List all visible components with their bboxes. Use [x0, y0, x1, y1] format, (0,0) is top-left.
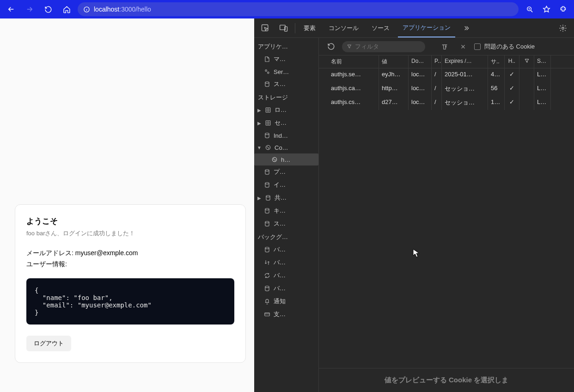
card-title: ようこそ — [26, 216, 234, 227]
sidebar-item-local-storage[interactable]: ▶ロ… — [254, 104, 318, 116]
col-secure[interactable] — [519, 55, 534, 68]
col-name[interactable]: 名前 — [319, 55, 379, 68]
sidebar-item-notifications[interactable]: 通知 — [254, 295, 318, 308]
svg-point-23 — [265, 247, 269, 249]
col-size[interactable]: サ.. — [488, 55, 505, 68]
bookmark-button[interactable] — [539, 2, 554, 17]
sidebar-item-session-storage[interactable]: ▶セ… — [254, 116, 318, 129]
svg-point-6 — [265, 70, 267, 72]
col-httponly[interactable]: H.. — [505, 55, 519, 68]
extensions-button[interactable] — [556, 2, 570, 17]
grid-icon — [264, 106, 272, 114]
address-bar[interactable]: localhost:3000/hello — [78, 2, 519, 16]
application-sidebar: アプリケ… マ… Ser… ス… ストレージ ▶ロ… ▶セ… Ind… ▼Co…… — [254, 38, 319, 392]
clear-filter-icon[interactable] — [437, 39, 452, 54]
logout-button[interactable]: ログアウト — [26, 336, 71, 351]
database-icon — [263, 285, 271, 292]
home-button[interactable] — [59, 2, 74, 17]
svg-point-20 — [266, 196, 270, 197]
database-icon — [263, 80, 271, 88]
svg-point-7 — [268, 72, 269, 74]
svg-point-8 — [265, 82, 269, 84]
devtools-tabs: 要素 コンソール ソース アプリケーション — [254, 18, 574, 38]
url-text: localhost:3000/hello — [94, 6, 151, 13]
sidebar-item-shared-storage[interactable]: ▶共… — [254, 191, 318, 204]
cookies-table: 名前 値 Do… P. Expires /… サ.. H.. S… authjs… — [319, 55, 574, 368]
device-toggle-icon[interactable] — [276, 21, 291, 36]
sidebar-item-bounce[interactable]: バ… — [254, 282, 318, 295]
more-tabs-icon[interactable] — [459, 21, 474, 36]
sidebar-item-cache-storage[interactable]: キ… — [254, 204, 318, 217]
cookie-icon — [271, 156, 278, 163]
table-row[interactable]: authjs.se…eyJh…loc…/2025-01…4…✓L… — [319, 68, 574, 82]
sidebar-section-background: バックグ… — [254, 230, 318, 243]
inspect-icon[interactable] — [258, 21, 273, 36]
userinfo-label: ユーザー情報: — [26, 259, 234, 270]
user-json: { "name": "foo bar", "email": "myuser@ex… — [26, 278, 234, 325]
email-row: メールアドレス: myuser@exmple.com — [26, 248, 234, 259]
database-icon — [263, 168, 271, 176]
issues-label: 問題のある Cookie — [484, 43, 535, 51]
col-path[interactable]: P. — [432, 55, 442, 68]
svg-point-12 — [266, 145, 270, 149]
database-icon — [263, 220, 271, 227]
sidebar-item-cookie-host[interactable]: h… — [254, 153, 318, 165]
sidebar-section-storage: ストレージ — [254, 91, 318, 104]
sidebar-section-application: アプリケ… — [254, 40, 318, 53]
sidebar-item-bgfetch[interactable]: バ… — [254, 256, 318, 269]
database-icon — [263, 181, 271, 189]
sidebar-item-interest-groups[interactable]: イ… — [254, 178, 318, 191]
sidebar-item-storage-buckets[interactable]: ス… — [254, 217, 318, 230]
sidebar-item-cookies[interactable]: ▼Co… — [254, 141, 318, 153]
sidebar-item-service-workers[interactable]: Ser… — [254, 66, 318, 78]
bell-icon — [263, 298, 271, 305]
forward-button[interactable] — [22, 2, 37, 17]
back-button[interactable] — [4, 2, 18, 17]
refresh-icon[interactable] — [324, 39, 338, 54]
tab-sources[interactable]: ソース — [367, 19, 394, 37]
col-value[interactable]: 値 — [379, 55, 409, 68]
table-row[interactable]: authjs.ca…http…loc…/セッショ…56✓L… — [319, 82, 574, 96]
filter-input[interactable] — [342, 41, 425, 52]
col-samesite[interactable]: S… — [534, 55, 551, 68]
grid-icon — [264, 119, 272, 127]
issues-checkbox[interactable] — [474, 43, 481, 50]
svg-rect-4 — [285, 26, 287, 31]
sidebar-item-indexeddb[interactable]: Ind… — [254, 129, 318, 141]
clear-all-icon[interactable] — [456, 39, 470, 54]
sync-icon — [263, 272, 271, 279]
sidebar-item-bgsync[interactable]: バ… — [254, 269, 318, 282]
col-domain[interactable]: Do… — [409, 55, 432, 68]
svg-point-22 — [265, 221, 269, 223]
sidebar-item-payment[interactable]: 支… — [254, 308, 318, 321]
welcome-card: ようこそ foo barさん、ログインに成功しました！ メールアドレス: myu… — [15, 204, 246, 363]
browser-toolbar: localhost:3000/hello — [0, 0, 574, 18]
sidebar-item-manifest[interactable]: マ… — [254, 53, 318, 66]
file-icon — [263, 55, 271, 63]
tab-elements[interactable]: 要素 — [299, 19, 320, 37]
database-icon — [263, 132, 271, 139]
cookies-toolbar: 問題のある Cookie — [319, 38, 574, 55]
svg-point-14 — [269, 148, 269, 148]
page-content: ようこそ foo barさん、ログインに成功しました！ メールアドレス: myu… — [0, 18, 254, 392]
table-header: 名前 値 Do… P. Expires /… サ.. H.. S… — [319, 55, 574, 68]
database-icon — [264, 194, 272, 202]
sidebar-item-bfcache[interactable]: バ… — [254, 243, 318, 256]
svg-point-24 — [265, 286, 269, 288]
gear-icon — [263, 68, 271, 75]
database-icon — [263, 246, 271, 253]
zoom-button[interactable] — [522, 2, 537, 17]
svg-point-16 — [274, 159, 274, 159]
reload-button[interactable] — [41, 2, 55, 17]
svg-point-19 — [265, 183, 269, 184]
sidebar-item-private-state[interactable]: プ… — [254, 165, 318, 178]
database-icon — [263, 207, 271, 214]
table-row[interactable]: authjs.cs…d27…loc…/セッショ…1…✓L… — [319, 96, 574, 110]
sidebar-item-storage[interactable]: ス… — [254, 78, 318, 91]
tab-console[interactable]: コンソール — [324, 19, 363, 37]
svg-point-5 — [562, 27, 564, 29]
card-icon — [263, 311, 271, 318]
col-expires[interactable]: Expires /… — [442, 55, 488, 68]
tab-application[interactable]: アプリケーション — [398, 19, 455, 37]
settings-icon[interactable] — [556, 21, 570, 36]
